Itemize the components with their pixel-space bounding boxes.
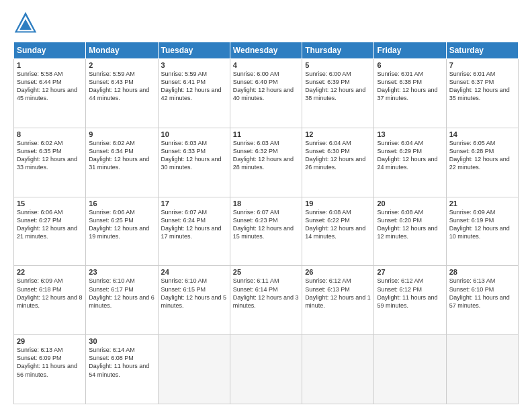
calendar-cell: 6 Sunrise: 6:01 AMSunset: 6:38 PMDayligh…	[374, 59, 446, 128]
calendar-cell: 30 Sunrise: 6:14 AMSunset: 6:08 PMDaylig…	[86, 335, 158, 404]
calendar-cell: 13 Sunrise: 6:04 AMSunset: 6:29 PMDaylig…	[374, 128, 446, 197]
col-wednesday: Wednesday	[230, 42, 302, 59]
day-info: Sunrise: 6:02 AMSunset: 6:34 PMDaylight:…	[89, 140, 149, 171]
day-number: 28	[449, 268, 515, 276]
day-number: 30	[89, 337, 154, 345]
day-number: 25	[233, 268, 299, 276]
calendar-cell: 27 Sunrise: 6:12 AMSunset: 6:12 PMDaylig…	[374, 266, 446, 335]
calendar-row: 29 Sunrise: 6:13 AMSunset: 6:09 PMDaylig…	[14, 335, 519, 404]
day-number: 10	[161, 130, 227, 138]
calendar-cell	[158, 335, 230, 404]
day-info: Sunrise: 6:06 AMSunset: 6:27 PMDaylight:…	[17, 209, 77, 240]
day-info: Sunrise: 5:58 AMSunset: 6:44 PMDaylight:…	[17, 71, 77, 101]
day-info: Sunrise: 6:10 AMSunset: 6:17 PMDaylight:…	[89, 277, 154, 308]
day-number: 23	[89, 268, 154, 276]
calendar-row: 8 Sunrise: 6:02 AMSunset: 6:35 PMDayligh…	[14, 128, 519, 197]
day-number: 29	[17, 337, 83, 345]
day-info: Sunrise: 6:11 AMSunset: 6:14 PMDaylight:…	[233, 277, 299, 308]
day-number: 24	[161, 268, 227, 276]
day-number: 19	[305, 199, 371, 208]
logo-icon	[13, 11, 38, 35]
col-monday: Monday	[86, 42, 158, 59]
col-tuesday: Tuesday	[158, 42, 230, 59]
day-number: 16	[89, 199, 154, 208]
day-number: 7	[449, 61, 515, 69]
day-number: 1	[17, 61, 83, 69]
day-number: 14	[449, 130, 515, 138]
calendar-cell: 22 Sunrise: 6:09 AMSunset: 6:18 PMDaylig…	[14, 266, 86, 335]
day-number: 9	[89, 130, 154, 138]
calendar-page: Sunday Monday Tuesday Wednesday Thursday…	[0, 0, 532, 411]
calendar-cell: 19 Sunrise: 6:08 AMSunset: 6:22 PMDaylig…	[302, 197, 374, 266]
day-number: 26	[305, 268, 371, 276]
day-number: 15	[17, 199, 83, 208]
calendar-header-row: Sunday Monday Tuesday Wednesday Thursday…	[14, 42, 519, 59]
logo	[13, 11, 40, 35]
day-info: Sunrise: 6:03 AMSunset: 6:33 PMDaylight:…	[161, 140, 222, 171]
day-number: 3	[161, 61, 227, 69]
calendar-cell: 18 Sunrise: 6:07 AMSunset: 6:23 PMDaylig…	[230, 197, 302, 266]
calendar-cell	[230, 335, 302, 404]
calendar-cell: 10 Sunrise: 6:03 AMSunset: 6:33 PMDaylig…	[158, 128, 230, 197]
day-info: Sunrise: 6:13 AMSunset: 6:10 PMDaylight:…	[449, 277, 510, 308]
day-info: Sunrise: 6:08 AMSunset: 6:20 PMDaylight:…	[377, 209, 437, 240]
calendar-cell: 4 Sunrise: 6:00 AMSunset: 6:40 PMDayligh…	[230, 59, 302, 128]
calendar-cell: 3 Sunrise: 5:59 AMSunset: 6:41 PMDayligh…	[158, 59, 230, 128]
day-number: 20	[377, 199, 443, 208]
calendar-cell: 12 Sunrise: 6:04 AMSunset: 6:30 PMDaylig…	[302, 128, 374, 197]
day-info: Sunrise: 6:02 AMSunset: 6:35 PMDaylight:…	[17, 140, 77, 171]
calendar-cell: 23 Sunrise: 6:10 AMSunset: 6:17 PMDaylig…	[86, 266, 158, 335]
day-number: 8	[17, 130, 83, 138]
calendar-cell: 5 Sunrise: 6:00 AMSunset: 6:39 PMDayligh…	[302, 59, 374, 128]
calendar-table: Sunday Monday Tuesday Wednesday Thursday…	[13, 42, 519, 404]
calendar-cell: 8 Sunrise: 6:02 AMSunset: 6:35 PMDayligh…	[14, 128, 86, 197]
calendar-row: 22 Sunrise: 6:09 AMSunset: 6:18 PMDaylig…	[14, 266, 519, 335]
day-info: Sunrise: 6:00 AMSunset: 6:39 PMDaylight:…	[305, 71, 365, 101]
calendar-cell: 17 Sunrise: 6:07 AMSunset: 6:24 PMDaylig…	[158, 197, 230, 266]
calendar-row: 15 Sunrise: 6:06 AMSunset: 6:27 PMDaylig…	[14, 197, 519, 266]
day-info: Sunrise: 6:12 AMSunset: 6:13 PMDaylight:…	[305, 277, 371, 308]
calendar-cell	[374, 335, 446, 404]
day-info: Sunrise: 6:01 AMSunset: 6:37 PMDaylight:…	[449, 71, 510, 101]
day-info: Sunrise: 6:05 AMSunset: 6:28 PMDaylight:…	[449, 140, 510, 171]
col-thursday: Thursday	[302, 42, 374, 59]
day-info: Sunrise: 6:07 AMSunset: 6:23 PMDaylight:…	[233, 209, 294, 240]
day-info: Sunrise: 6:04 AMSunset: 6:30 PMDaylight:…	[305, 140, 365, 171]
col-sunday: Sunday	[14, 42, 86, 59]
calendar-cell: 14 Sunrise: 6:05 AMSunset: 6:28 PMDaylig…	[446, 128, 518, 197]
day-number: 13	[377, 130, 443, 138]
calendar-cell: 24 Sunrise: 6:10 AMSunset: 6:15 PMDaylig…	[158, 266, 230, 335]
day-info: Sunrise: 6:00 AMSunset: 6:40 PMDaylight:…	[233, 71, 294, 101]
calendar-cell: 2 Sunrise: 5:59 AMSunset: 6:43 PMDayligh…	[86, 59, 158, 128]
day-number: 6	[377, 61, 443, 69]
day-number: 12	[305, 130, 371, 138]
day-info: Sunrise: 5:59 AMSunset: 6:41 PMDaylight:…	[161, 71, 222, 101]
calendar-cell: 29 Sunrise: 6:13 AMSunset: 6:09 PMDaylig…	[14, 335, 86, 404]
calendar-cell: 21 Sunrise: 6:09 AMSunset: 6:19 PMDaylig…	[446, 197, 518, 266]
calendar-cell: 9 Sunrise: 6:02 AMSunset: 6:34 PMDayligh…	[86, 128, 158, 197]
day-info: Sunrise: 6:07 AMSunset: 6:24 PMDaylight:…	[161, 209, 222, 240]
day-info: Sunrise: 6:10 AMSunset: 6:15 PMDaylight:…	[161, 277, 227, 308]
day-number: 2	[89, 61, 154, 69]
col-friday: Friday	[374, 42, 446, 59]
header	[13, 11, 519, 35]
col-saturday: Saturday	[446, 42, 518, 59]
calendar-cell: 11 Sunrise: 6:03 AMSunset: 6:32 PMDaylig…	[230, 128, 302, 197]
day-number: 4	[233, 61, 299, 69]
day-info: Sunrise: 5:59 AMSunset: 6:43 PMDaylight:…	[89, 71, 149, 101]
day-number: 22	[17, 268, 83, 276]
day-info: Sunrise: 6:09 AMSunset: 6:18 PMDaylight:…	[17, 277, 83, 308]
day-number: 21	[449, 199, 515, 208]
calendar-cell: 15 Sunrise: 6:06 AMSunset: 6:27 PMDaylig…	[14, 197, 86, 266]
calendar-cell: 20 Sunrise: 6:08 AMSunset: 6:20 PMDaylig…	[374, 197, 446, 266]
day-info: Sunrise: 6:09 AMSunset: 6:19 PMDaylight:…	[449, 209, 510, 240]
calendar-cell: 26 Sunrise: 6:12 AMSunset: 6:13 PMDaylig…	[302, 266, 374, 335]
day-info: Sunrise: 6:12 AMSunset: 6:12 PMDaylight:…	[377, 277, 437, 308]
calendar-cell: 7 Sunrise: 6:01 AMSunset: 6:37 PMDayligh…	[446, 59, 518, 128]
calendar-cell: 1 Sunrise: 5:58 AMSunset: 6:44 PMDayligh…	[14, 59, 86, 128]
day-number: 17	[161, 199, 227, 208]
calendar-cell: 25 Sunrise: 6:11 AMSunset: 6:14 PMDaylig…	[230, 266, 302, 335]
day-number: 18	[233, 199, 299, 208]
day-info: Sunrise: 6:08 AMSunset: 6:22 PMDaylight:…	[305, 209, 365, 240]
calendar-row: 1 Sunrise: 5:58 AMSunset: 6:44 PMDayligh…	[14, 59, 519, 128]
